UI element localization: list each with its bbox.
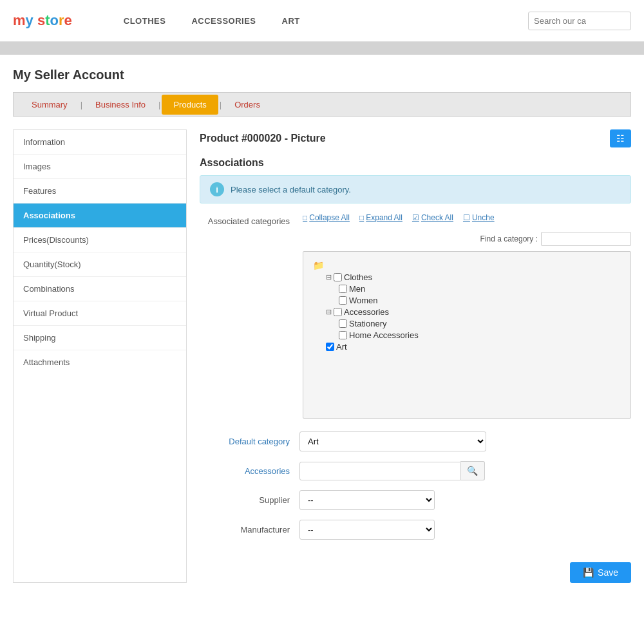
manufacturer-select[interactable]: -- xyxy=(299,520,435,540)
find-category-label: Find a category : xyxy=(480,234,538,243)
sidebar-item-attachments[interactable]: Attachments xyxy=(14,350,186,374)
tree-node-accessories: ⊟ Accessories xyxy=(326,307,621,317)
supplier-select[interactable]: -- xyxy=(299,490,435,510)
tree-node-art: Art xyxy=(326,342,621,352)
tree-level-1: ⊟ Clothes Men xyxy=(326,272,621,352)
tree-node-stationery: Stationery xyxy=(339,319,621,328)
expand-icon: □ xyxy=(359,213,364,222)
save-button[interactable]: 💾 Save xyxy=(570,562,631,583)
header: my store CLOTHES ACCESSORIES ART xyxy=(0,0,644,42)
page-content: My Seller Account Summary | Business Inf… xyxy=(0,55,644,596)
check-all-button[interactable]: ☑ Check All xyxy=(412,213,453,222)
sidebar-item-quantity-stock[interactable]: Quantity(Stock) xyxy=(14,252,186,277)
accessories-input-wrap: 🔍 xyxy=(299,461,485,480)
tree-node-men: Men xyxy=(339,284,621,294)
check-icon: ☑ xyxy=(412,213,419,222)
home-accessories-label: Home Accessories xyxy=(349,330,419,340)
page-title: My Seller Account xyxy=(13,68,631,82)
product-title: Product #000020 - Picture xyxy=(200,133,326,144)
logo[interactable]: my store xyxy=(13,12,72,29)
subheader-bar xyxy=(0,42,644,55)
stationery-checkbox[interactable] xyxy=(339,319,347,328)
info-icon: i xyxy=(210,182,224,196)
clothes-expand-icon[interactable]: ⊟ xyxy=(326,273,332,281)
stationery-label: Stationery xyxy=(349,319,387,328)
expand-all-button[interactable]: □ Expand All xyxy=(359,213,402,222)
find-category-area: Find a category : xyxy=(480,232,631,246)
tab-summary[interactable]: Summary xyxy=(20,95,79,115)
men-label: Men xyxy=(349,284,365,294)
accessories-checkbox[interactable] xyxy=(334,308,342,316)
associated-categories-label: Associated categories xyxy=(200,213,290,226)
sidebar-item-combinations[interactable]: Combinations xyxy=(14,277,186,301)
sidebar-item-prices-discounts[interactable]: Prices(Discounts) xyxy=(14,228,186,252)
search-input[interactable] xyxy=(528,12,631,30)
home-accessories-checkbox[interactable] xyxy=(339,331,347,339)
clothes-label: Clothes xyxy=(344,272,372,282)
uncheck-all-button[interactable]: ☐ Unche xyxy=(463,213,495,222)
default-category-select[interactable]: Art Clothes Accessories xyxy=(299,431,486,451)
product-header: Product #000020 - Picture ☷ xyxy=(200,129,631,147)
info-message-box: i Please select a default category. xyxy=(200,175,631,204)
uncheck-icon: ☐ xyxy=(463,213,470,222)
right-content: Product #000020 - Picture ☷ Associations… xyxy=(187,129,631,583)
sidebar-item-virtual-product[interactable]: Virtual Product xyxy=(14,301,186,326)
accessories-expand-icon[interactable]: ⊟ xyxy=(326,308,332,316)
category-toolbar: □ Collapse All □ Expand All ☑ Check All xyxy=(303,213,631,246)
tree-node-women: Women xyxy=(339,296,621,305)
accessories-search-button[interactable]: 🔍 xyxy=(460,461,485,480)
tab-products[interactable]: Products xyxy=(162,95,218,115)
women-checkbox[interactable] xyxy=(339,296,347,305)
sidebar-item-shipping[interactable]: Shipping xyxy=(14,326,186,350)
edit-icon-button[interactable]: ☷ xyxy=(610,129,631,147)
main-nav: CLOTHES ACCESSORIES ART xyxy=(124,16,528,26)
manufacturer-row: Manufacturer -- xyxy=(200,520,631,540)
supplier-label: Supplier xyxy=(200,495,290,505)
product-area: Information Images Features Associations… xyxy=(13,129,631,583)
save-label: Save xyxy=(598,567,618,578)
product-sidebar: Information Images Features Associations… xyxy=(13,129,187,583)
sidebar-item-associations[interactable]: Associations xyxy=(14,204,186,228)
clothes-checkbox[interactable] xyxy=(334,273,342,281)
category-controls: □ Collapse All □ Expand All ☑ Check All xyxy=(303,213,631,419)
clothes-children: Men Women xyxy=(339,284,621,305)
tree-root: 📁 xyxy=(313,260,621,270)
sidebar-item-features[interactable]: Features xyxy=(14,179,186,204)
category-tree: 📁 ⊟ Clothes xyxy=(303,251,631,419)
art-checkbox[interactable] xyxy=(326,343,334,351)
men-checkbox[interactable] xyxy=(339,285,347,293)
accessories-field-label: Accessories xyxy=(200,466,290,476)
accessories-children: Stationery Home Accessories xyxy=(339,319,621,340)
nav-clothes[interactable]: CLOTHES xyxy=(124,16,166,26)
find-category-input[interactable] xyxy=(541,232,631,246)
tree-node-home-accessories: Home Accessories xyxy=(339,330,621,340)
sidebar-item-information[interactable]: Information xyxy=(14,130,186,155)
supplier-row: Supplier -- xyxy=(200,490,631,510)
collapse-icon: □ xyxy=(303,213,307,222)
nav-art[interactable]: ART xyxy=(282,16,300,26)
tab-orders[interactable]: Orders xyxy=(223,95,272,115)
info-message-text: Please select a default category. xyxy=(231,185,351,194)
associations-title: Associations xyxy=(200,157,631,169)
root-folder-icon: 📁 xyxy=(313,260,324,270)
default-category-row: Default category Art Clothes Accessories xyxy=(200,431,631,451)
save-disk-icon: 💾 xyxy=(583,567,594,578)
nav-accessories[interactable]: ACCESSORIES xyxy=(191,16,256,26)
category-section: Associated categories □ Collapse All □ E… xyxy=(200,213,631,419)
accessories-input[interactable] xyxy=(299,462,460,480)
accessories-row: Accessories 🔍 xyxy=(200,461,631,480)
manufacturer-label: Manufacturer xyxy=(200,525,290,535)
accessories-label: Accessories xyxy=(344,307,389,317)
tab-business-info[interactable]: Business Info xyxy=(84,95,157,115)
women-label: Women xyxy=(349,296,378,305)
art-label: Art xyxy=(336,342,347,352)
default-category-label: Default category xyxy=(200,437,290,446)
sidebar-item-images[interactable]: Images xyxy=(14,155,186,179)
save-area: 💾 Save xyxy=(200,549,631,583)
collapse-all-button[interactable]: □ Collapse All xyxy=(303,213,350,222)
tree-node-clothes: ⊟ Clothes xyxy=(326,272,621,282)
account-tabs: Summary | Business Info | Products | Ord… xyxy=(13,92,631,117)
